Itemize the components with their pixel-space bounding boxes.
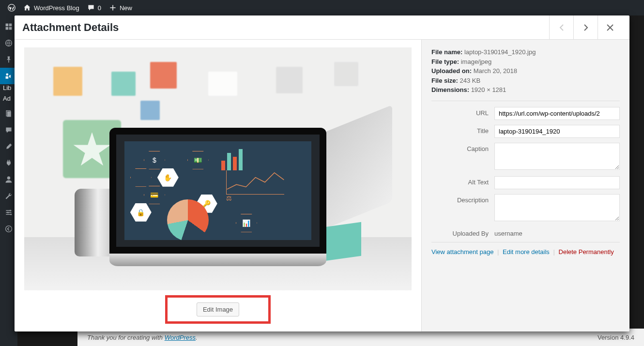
chevron-right-icon: [581, 23, 591, 32]
meta-file-type: image/jpeg: [461, 58, 492, 65]
svg-point-12: [10, 210, 11, 211]
plugin-icon: [5, 159, 13, 167]
svg-point-11: [7, 177, 10, 180]
wrench-icon: [5, 192, 13, 200]
new-content-link[interactable]: New: [105, 0, 136, 15]
svg-rect-10: [7, 111, 11, 117]
svg-rect-8: [6, 76, 9, 79]
description-field[interactable]: [494, 194, 620, 221]
svg-rect-2: [9, 24, 12, 27]
attachment-image: $ ✋ 💳 🔒 💵 🔑 📊 ⚖: [24, 47, 412, 290]
collapse-icon: [5, 225, 13, 233]
title-label: Title: [431, 125, 494, 135]
prev-button: [549, 15, 573, 40]
modal-header: Attachment Details: [15, 15, 629, 40]
footer-wp-link[interactable]: WordPress: [165, 334, 196, 341]
edit-image-button[interactable]: Edit Image: [197, 302, 239, 316]
meta-dimensions: 1920 × 1281: [471, 86, 506, 93]
admin-bar: WordPress Blog 0 New: [0, 0, 644, 15]
delete-permanently-link[interactable]: Delete Permanently: [559, 248, 614, 256]
close-button[interactable]: [598, 15, 622, 40]
modal-title: Attachment Details: [22, 21, 549, 34]
modal-nav: [549, 15, 622, 40]
svg-point-14: [10, 213, 12, 215]
chevron-left-icon: [557, 23, 567, 32]
wordpress-icon: [8, 4, 15, 12]
caption-field[interactable]: [494, 143, 620, 170]
description-label: Description: [431, 194, 494, 204]
details-pane: File name: laptop-3190194_1920.jpg File …: [421, 40, 629, 331]
brush-icon: [5, 143, 13, 150]
view-attachment-link[interactable]: View attachment page: [431, 248, 493, 256]
alt-label: Alt Text: [431, 176, 494, 186]
attachment-actions: View attachment page | Edit more details…: [431, 242, 620, 256]
svg-rect-3: [6, 27, 9, 30]
close-icon: [605, 23, 615, 32]
new-label: New: [120, 4, 132, 12]
plus-icon: [109, 4, 117, 12]
meta-file-name: laptop-3190194_1920.jpg: [464, 48, 536, 56]
file-meta: File name: laptop-3190194_1920.jpg File …: [431, 47, 620, 101]
pages-icon: [5, 110, 13, 118]
svg-point-13: [7, 211, 9, 213]
pin-icon: [5, 56, 13, 63]
uploaded-by-label: Uploaded By: [431, 227, 494, 237]
svg-rect-6: [8, 60, 9, 63]
sliders-icon: [5, 209, 13, 216]
svg-point-7: [6, 73, 8, 75]
comment-icon: [87, 4, 95, 12]
footer-version: Version 4.9.4: [598, 334, 634, 341]
globe-icon: [5, 39, 13, 47]
attachment-details-modal: Attachment Details: [15, 15, 629, 331]
edit-more-details-link[interactable]: Edit more details: [503, 248, 550, 256]
site-name: WordPress Blog: [34, 4, 79, 12]
site-name-link[interactable]: WordPress Blog: [19, 0, 83, 15]
svg-point-15: [6, 226, 12, 232]
next-button[interactable]: [573, 15, 598, 40]
svg-rect-4: [9, 27, 12, 30]
meta-uploaded-on: March 20, 2018: [474, 67, 517, 75]
home-icon: [23, 4, 31, 12]
alt-text-field[interactable]: [494, 176, 620, 189]
media-icon: [5, 72, 13, 80]
wp-logo[interactable]: [4, 0, 19, 15]
comments-link[interactable]: 0: [83, 0, 105, 15]
meta-file-size: 243 KB: [460, 77, 481, 84]
caption-label: Caption: [431, 143, 494, 152]
url-field[interactable]: [494, 107, 620, 120]
comment-icon: [5, 126, 13, 134]
title-field[interactable]: [494, 125, 620, 138]
svg-rect-1: [6, 24, 9, 27]
edit-image-highlight: Edit Image: [165, 295, 271, 324]
dashboard-icon: [5, 23, 13, 30]
uploaded-by-value: username: [494, 227, 620, 237]
url-label: URL: [431, 107, 494, 117]
footer-thanks: Thank you for creating with WordPress.: [87, 334, 198, 341]
comments-count: 0: [98, 4, 101, 12]
media-preview-pane: $ ✋ 💳 🔒 💵 🔑 📊 ⚖: [15, 40, 421, 331]
user-icon: [5, 176, 13, 183]
